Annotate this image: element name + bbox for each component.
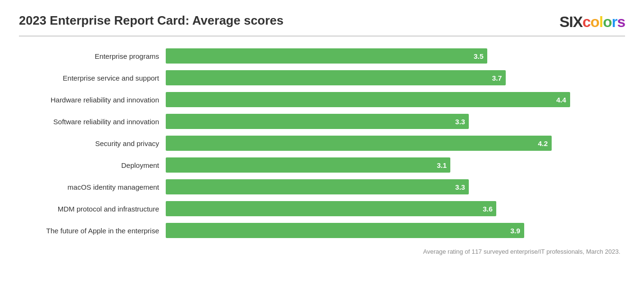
bar-fill: 3.6 [166, 201, 496, 216]
bar-fill: 3.9 [166, 223, 524, 238]
logo-c: c [582, 13, 590, 30]
bar-track: 3.6 [166, 201, 625, 216]
bar-value: 4.4 [556, 96, 570, 104]
bar-value: 3.3 [455, 118, 469, 126]
bar-fill: 4.2 [166, 136, 552, 151]
bar-track: 4.2 [166, 136, 625, 151]
bar-label: macOS identity management [19, 183, 166, 191]
chart-container: 2023 Enterprise Report Card: Average sco… [0, 0, 644, 285]
bar-row: MDM protocol and infrastructure3.6 [19, 198, 625, 220]
bar-track: 3.7 [166, 70, 625, 85]
bar-value: 3.1 [437, 161, 451, 169]
chart-title: 2023 Enterprise Report Card: Average sco… [19, 13, 284, 28]
logo-o2: o [603, 13, 612, 30]
bar-value: 3.6 [483, 205, 497, 213]
bar-fill: 3.5 [166, 48, 487, 64]
bars-area: Enterprise programs3.5Enterprise service… [19, 45, 625, 241]
bar-label: Enterprise programs [19, 52, 166, 60]
bar-row: Deployment3.1 [19, 154, 625, 176]
bar-fill: 3.7 [166, 70, 506, 85]
logo-r: r [612, 13, 617, 30]
bar-label: Security and privacy [19, 139, 166, 147]
logo-s: s [617, 13, 625, 30]
logo-six: SIX [559, 13, 582, 30]
bar-fill: 3.1 [166, 157, 450, 173]
bar-fill: 3.3 [166, 179, 469, 194]
bar-label: The future of Apple in the enterprise [19, 227, 166, 235]
bar-value: 4.2 [538, 139, 552, 147]
bar-track: 4.4 [166, 92, 625, 107]
bar-label: Hardware reliability and innovation [19, 96, 166, 104]
bar-track: 3.3 [166, 114, 625, 129]
logo-o: o [590, 13, 599, 30]
footer-note: Average rating of 117 surveyed enterpris… [19, 248, 625, 255]
bar-row: Security and privacy4.2 [19, 132, 625, 154]
header-row: 2023 Enterprise Report Card: Average sco… [19, 13, 625, 37]
bar-fill: 3.3 [166, 114, 469, 129]
bar-row: Software reliability and innovation3.3 [19, 110, 625, 132]
bar-track: 3.5 [166, 48, 625, 64]
bar-label: Deployment [19, 161, 166, 169]
bar-track: 3.9 [166, 223, 625, 238]
bar-track: 3.3 [166, 179, 625, 194]
bar-value: 3.5 [474, 52, 487, 60]
bar-row: macOS identity management3.3 [19, 176, 625, 198]
bar-fill: 4.4 [166, 92, 570, 107]
bar-value: 3.7 [492, 74, 506, 82]
bar-track: 3.1 [166, 157, 625, 173]
bar-value: 3.3 [455, 183, 469, 191]
bar-row: The future of Apple in the enterprise3.9 [19, 220, 625, 241]
bar-label: MDM protocol and infrastructure [19, 205, 166, 213]
bar-row: Hardware reliability and innovation4.4 [19, 89, 625, 110]
bar-row: Enterprise service and support3.7 [19, 67, 625, 89]
bar-value: 3.9 [510, 227, 524, 235]
bar-row: Enterprise programs3.5 [19, 45, 625, 67]
bar-label: Software reliability and innovation [19, 118, 166, 126]
logo: SIXcolors [559, 13, 625, 31]
bar-label: Enterprise service and support [19, 74, 166, 82]
